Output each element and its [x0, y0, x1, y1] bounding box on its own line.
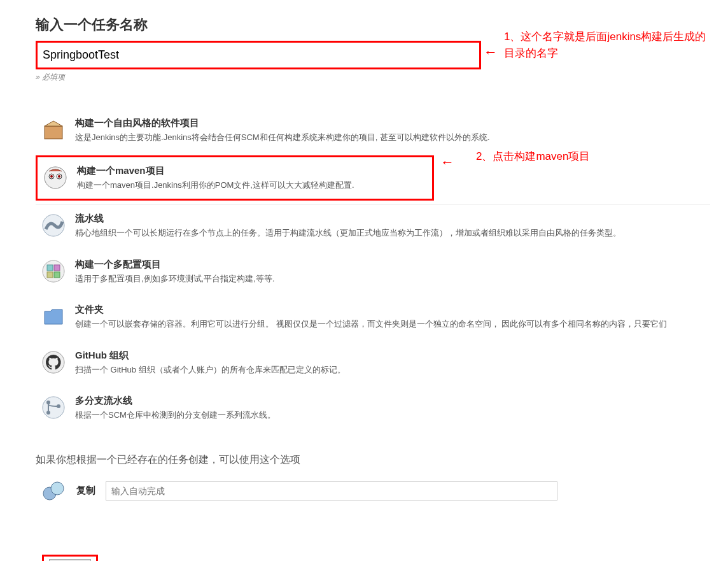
category-desc: 根据一个SCM仓库中检测到的分支创建一系列流水线。	[75, 409, 276, 422]
arrow-icon: ←	[484, 44, 498, 60]
copy-icon	[41, 478, 66, 504]
copy-section: 如果你想根据一个已经存在的任务创建，可以使用这个选项 复制	[36, 453, 728, 504]
category-desc: 构建一个maven项目.Jenkins利用你的POM文件,这样可以大大减轻构建配…	[77, 179, 354, 192]
category-title: 文件夹	[75, 304, 667, 316]
box-icon	[41, 117, 66, 143]
category-desc: 创建一个可以嵌套存储的容器。利用它可以进行分组。 视图仅仅是一个过滤器，而文件夹…	[75, 318, 667, 330]
svg-point-14	[43, 397, 64, 418]
item-name-input[interactable]	[43, 46, 474, 64]
arrow-icon: ←	[440, 154, 454, 171]
svg-point-5	[50, 175, 53, 178]
copy-from-input[interactable]	[106, 481, 557, 501]
svg-rect-11	[47, 272, 53, 278]
item-type-list: 构建一个自由风格的软件项目 这是Jenkins的主要功能.Jenkins将会结合…	[36, 110, 728, 429]
category-multiconfig[interactable]: 构建一个多配置项目 适用于多配置项目,例如多环境测试,平台指定构建,等等.	[36, 251, 728, 293]
svg-rect-9	[47, 265, 53, 271]
category-desc: 扫描一个 GitHub 组织（或者个人账户）的所有仓库来匹配已定义的标记。	[75, 364, 346, 376]
category-title: GitHub 组织	[75, 350, 346, 362]
copy-label: 复制	[76, 485, 95, 497]
category-title: 构建一个maven项目	[77, 165, 354, 177]
svg-point-6	[58, 175, 60, 178]
category-title: 构建一个多配置项目	[75, 259, 274, 271]
category-title: 构建一个自由风格的软件项目	[75, 117, 490, 129]
copy-hint: 如果你想根据一个已经存在的任务创建，可以使用这个选项	[36, 453, 728, 467]
annotation-2: 2、点击构建maven项目	[476, 148, 590, 165]
category-desc: 适用于多配置项目,例如多环境测试,平台指定构建,等等.	[75, 273, 274, 285]
branch-icon	[41, 395, 66, 420]
category-desc: 这是Jenkins的主要功能.Jenkins将会结合任何SCM和任何构建系统来构…	[75, 131, 490, 144]
required-note: » 必填项	[36, 72, 728, 83]
folder-icon	[41, 304, 66, 329]
category-title: 流水线	[75, 213, 621, 225]
svg-point-16	[46, 411, 50, 415]
category-multibranch[interactable]: 多分支流水线 根据一个SCM仓库中检测到的分支创建一系列流水线。	[36, 387, 728, 429]
svg-rect-0	[45, 126, 62, 139]
category-title: 多分支流水线	[75, 395, 276, 407]
pipeline-icon	[41, 213, 66, 238]
svg-rect-10	[54, 265, 60, 271]
multiconfig-icon	[41, 259, 66, 284]
maven-icon	[43, 165, 68, 190]
category-maven[interactable]: 构建一个maven项目 构建一个maven项目.Jenkins利用你的POM文件…	[36, 155, 434, 201]
category-pipeline[interactable]: 流水线 精心地组织一个可以长期运行在多个节点上的任务。适用于构建流水线（更加正式…	[36, 205, 728, 247]
ok-button-highlight: 确定	[42, 555, 98, 562]
category-folder[interactable]: 文件夹 创建一个可以嵌套存储的容器。利用它可以进行分组。 视图仅仅是一个过滤器，…	[36, 296, 728, 338]
category-freestyle[interactable]: 构建一个自由风格的软件项目 这是Jenkins的主要功能.Jenkins将会结合…	[36, 110, 728, 152]
svg-marker-1	[45, 121, 62, 126]
github-icon	[41, 350, 66, 375]
category-desc: 精心地组织一个可以长期运行在多个节点上的任务。适用于构建流水线（更加正式地应当称…	[75, 227, 621, 239]
ok-button[interactable]: 确定	[49, 559, 91, 562]
annotation-1: 1、这个名字就是后面jenkins构建后生成的目录的名字	[504, 29, 708, 61]
svg-point-19	[51, 482, 64, 495]
svg-point-8	[43, 260, 64, 282]
item-name-input-highlight	[36, 41, 481, 69]
svg-rect-12	[54, 272, 60, 278]
svg-point-15	[46, 401, 50, 404]
category-github-org[interactable]: GitHub 组织 扫描一个 GitHub 组织（或者个人账户）的所有仓库来匹配…	[36, 342, 728, 384]
